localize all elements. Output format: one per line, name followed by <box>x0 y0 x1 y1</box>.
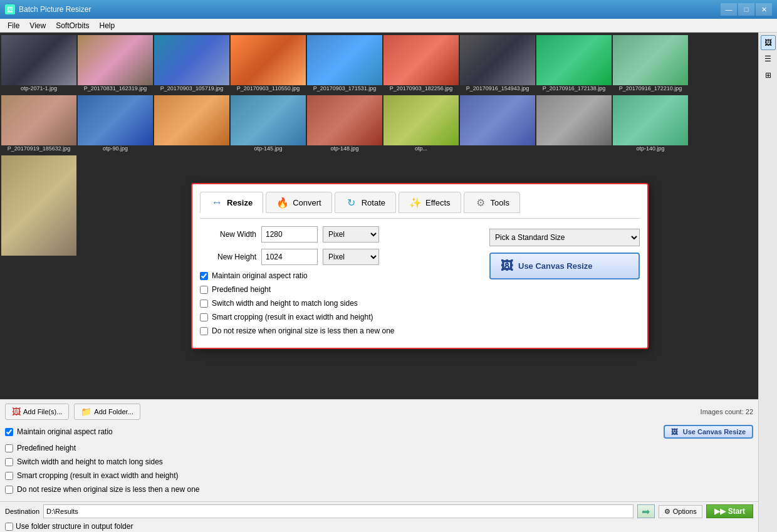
maintain-aspect-label: Maintain original aspect ratio <box>212 271 308 280</box>
menu-bar: File View SoftOrbits Help <box>0 19 777 33</box>
list-item[interactable]: otp-148.jpg <box>307 95 382 152</box>
destination-input[interactable] <box>43 504 634 518</box>
add-folder-icon: 📁 <box>81 407 91 417</box>
list-item[interactable]: otp-2071-1.jpg <box>1 35 76 91</box>
tab-effects[interactable]: ✨ Effects <box>399 192 461 213</box>
minimize-button[interactable]: — <box>721 3 737 16</box>
effects-tab-label: Effects <box>425 198 451 207</box>
browse-button[interactable]: ➡ <box>637 504 655 518</box>
smart-crop-checkbox[interactable] <box>200 313 208 321</box>
tool-btn-2[interactable]: ☰ <box>761 51 776 66</box>
popup-tabs: ↔ Resize 🔥 Convert ↻ Rotate ✨ Effects ⚙ … <box>200 192 640 219</box>
switch-wh-row-small: Switch width and height to match long si… <box>5 457 753 466</box>
maintain-aspect-checkbox[interactable] <box>200 272 208 280</box>
tab-resize[interactable]: ↔ Resize <box>200 192 263 213</box>
canvas-resize-btn-small[interactable]: 🖼 Use Canvas Resize <box>664 425 753 439</box>
window-title: Batch Picture Resizer <box>19 5 721 14</box>
menu-help[interactable]: Help <box>95 20 120 31</box>
add-files-button[interactable]: 🖼 Add File(s)... <box>5 404 69 420</box>
options-button[interactable]: ⚙ Options <box>659 505 702 518</box>
switch-wh-label: Switch width and height to match long si… <box>212 299 358 308</box>
menu-view[interactable]: View <box>24 20 51 31</box>
bottom-panel: Maintain original aspect ratio 🖼 Use Can… <box>0 424 758 501</box>
new-width-row: New Width Pixel Percent Inch cm <box>200 226 479 243</box>
switch-wh-checkbox[interactable] <box>200 300 208 308</box>
new-width-input[interactable] <box>261 226 318 243</box>
folder-structure-label: Use folder structure in output folder <box>16 522 133 531</box>
gear-icon: ⚙ <box>664 508 670 516</box>
canvas-icon-small: 🖼 <box>671 428 678 436</box>
list-item[interactable] <box>536 95 612 152</box>
no-resize-label: Do not resize when original size is less… <box>212 326 395 335</box>
predefined-height-row: Predefined height <box>200 285 479 294</box>
list-item[interactable] <box>460 95 535 152</box>
smart-crop-checkbox-small[interactable] <box>5 472 13 480</box>
list-item[interactable]: P_20170916_154943.jpg <box>460 35 535 91</box>
list-item[interactable]: otp-90.jpg <box>78 95 153 152</box>
predefined-checkbox-small[interactable] <box>5 444 13 452</box>
switch-wh-label-small: Switch width and height to match long si… <box>17 457 163 466</box>
smart-crop-row: Smart cropping (result in exact width an… <box>200 313 479 321</box>
list-item[interactable] <box>154 95 229 152</box>
width-unit-select[interactable]: Pixel Percent Inch cm <box>323 226 379 243</box>
list-item[interactable]: otp-140.jpg <box>613 95 688 152</box>
new-height-label: New Height <box>200 253 256 261</box>
main-content: otp-2071-1.jpg P_20170831_162319.jpg P_2… <box>0 33 777 532</box>
switch-wh-checkbox-small[interactable] <box>5 458 13 466</box>
menu-softorbits[interactable]: SoftOrbits <box>51 20 94 31</box>
rotate-tab-label: Rotate <box>362 198 385 207</box>
tab-convert[interactable]: 🔥 Convert <box>266 192 332 213</box>
no-resize-checkbox-small[interactable] <box>5 486 13 494</box>
maintain-aspect-row: Maintain original aspect ratio <box>200 271 479 280</box>
standard-size-select[interactable]: Pick a Standard Size 640×480 800×600 102… <box>489 229 640 246</box>
predefined-row-small: Predefined height <box>5 444 753 452</box>
list-item[interactable]: P_20170919_185632.jpg <box>1 95 76 152</box>
list-item[interactable]: P_20170916_172138.jpg <box>536 35 612 91</box>
title-bar: 🖼 Batch Picture Resizer — □ ✕ <box>0 0 777 19</box>
popup-form: New Width Pixel Percent Inch cm New Heig… <box>200 226 640 340</box>
list-item[interactable]: P_20170831_162319.jpg <box>78 35 153 91</box>
maintain-aspect-checkbox-small[interactable] <box>5 428 13 436</box>
menu-file[interactable]: File <box>3 20 24 31</box>
add-folder-button[interactable]: 📁 Add Folder... <box>74 404 140 420</box>
list-item[interactable]: P_20170916_172210.jpg <box>613 35 688 91</box>
tab-tools[interactable]: ⚙ Tools <box>464 192 520 213</box>
tab-rotate[interactable]: ↻ Rotate <box>335 192 396 213</box>
no-resize-row-small: Do not resize when original size is less… <box>5 485 753 494</box>
list-item[interactable]: otp... <box>383 95 459 152</box>
convert-tab-label: Convert <box>293 198 321 207</box>
no-resize-checkbox[interactable] <box>200 327 208 335</box>
maximize-button[interactable]: □ <box>738 3 754 16</box>
tool-btn-1[interactable]: 🖼 <box>761 35 776 50</box>
list-item[interactable]: P_20170903_171531.jpg <box>307 35 382 91</box>
switch-wh-row: Switch width and height to match long si… <box>200 299 479 308</box>
images-count: Images count: 22 <box>701 408 753 415</box>
browse-icon: ➡ <box>642 506 650 518</box>
canvas-resize-button[interactable]: 🖼 Use Canvas Resize <box>489 253 640 279</box>
smart-crop-label: Smart cropping (result in exact width an… <box>212 313 373 321</box>
maintain-aspect-row-small: Maintain original aspect ratio 🖼 Use Can… <box>5 425 753 439</box>
start-icon: ▶▶ <box>714 507 726 516</box>
list-item[interactable]: P_20170903_110550.jpg <box>231 35 306 91</box>
right-toolbar: 🖼 ☰ ⊞ <box>758 33 777 532</box>
tools-tab-icon: ⚙ <box>474 196 487 209</box>
start-button[interactable]: ▶▶ Start <box>706 504 753 518</box>
tool-btn-3[interactable]: ⊞ <box>761 68 776 83</box>
list-item[interactable]: P_20170903_105719.jpg <box>154 35 229 91</box>
convert-tab-icon: 🔥 <box>276 196 289 209</box>
new-height-input[interactable] <box>261 249 318 265</box>
height-unit-select[interactable]: Pixel Percent Inch cm <box>323 249 379 265</box>
close-button[interactable]: ✕ <box>756 3 772 16</box>
predefined-height-label: Predefined height <box>212 285 271 294</box>
rotate-tab-icon: ↻ <box>345 196 358 209</box>
list-item[interactable] <box>1 155 76 256</box>
predefined-height-checkbox[interactable] <box>200 286 208 294</box>
add-buttons-row: 🖼 Add File(s)... 📁 Add Folder... Images … <box>0 400 758 424</box>
tools-tab-label: Tools <box>491 198 509 207</box>
folder-structure-checkbox[interactable] <box>5 523 13 531</box>
list-item[interactable]: otp-145.jpg <box>231 95 306 152</box>
destination-label: Destination <box>5 508 39 515</box>
canvas-icon: 🖼 <box>501 259 513 273</box>
list-item[interactable]: P_20170903_182256.jpg <box>383 35 459 91</box>
predefined-label-small: Predefined height <box>17 444 76 452</box>
